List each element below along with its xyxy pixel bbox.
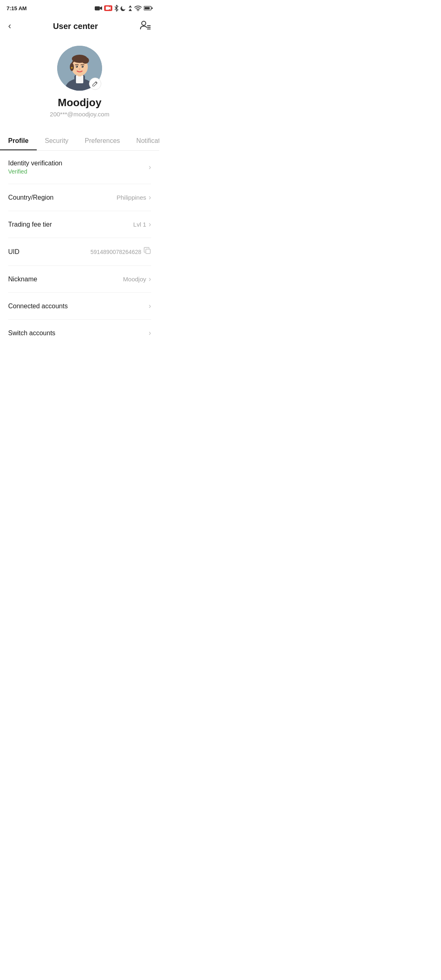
svg-marker-4 [129, 5, 132, 8]
edit-icon [92, 81, 98, 87]
trading-fee-label: Trading fee tier [8, 221, 52, 228]
svg-point-10 [142, 21, 146, 25]
svg-rect-9 [151, 7, 153, 9]
uid-value: 5914890078264628 [90, 249, 141, 255]
trading-fee-left: Trading fee tier [8, 221, 52, 228]
country-region-label: Country/Region [8, 194, 53, 201]
svg-point-27 [79, 69, 80, 70]
signal-icon [128, 5, 132, 11]
chevron-icon: › [149, 193, 151, 202]
status-time: 7:15 AM [7, 5, 27, 11]
tabs-container: Profile Security Preferences Notificatio… [0, 131, 159, 151]
uid-item: UID 5914890078264628 [8, 238, 151, 266]
switch-accounts-left: Switch accounts [8, 330, 56, 337]
connected-accounts-left: Connected accounts [8, 303, 68, 310]
country-region-value: Philippines [116, 194, 146, 201]
svg-marker-3 [109, 7, 111, 10]
nickname-label: Nickname [8, 276, 37, 283]
chevron-icon: › [149, 163, 151, 172]
avatar-wrapper [57, 46, 102, 91]
moon-icon [120, 5, 126, 11]
tab-notifications[interactable]: Notifications [128, 131, 159, 150]
identity-verification-label: Identity verification [8, 160, 62, 167]
switch-accounts-label: Switch accounts [8, 330, 56, 337]
identity-verification-status: Verified [8, 168, 62, 175]
identity-verification-right: › [149, 163, 151, 172]
connected-accounts-item[interactable]: Connected accounts › [8, 293, 151, 320]
avatar-section: Moodjoy 200***@moodjoy.com [0, 38, 159, 127]
tab-security[interactable]: Security [37, 131, 77, 150]
svg-rect-0 [95, 7, 100, 11]
nickname-right: Moodjoy › [123, 275, 151, 283]
svg-point-6 [138, 10, 139, 11]
back-button[interactable]: ‹ [8, 22, 11, 31]
copy-icon[interactable] [144, 247, 151, 256]
uid-label: UID [8, 248, 20, 256]
country-region-right: Philippines › [116, 193, 151, 202]
trading-fee-item[interactable]: Trading fee tier Lvl 1 › [8, 211, 151, 238]
svg-marker-5 [129, 9, 132, 11]
uid-left: UID [8, 248, 20, 256]
camera-icon [95, 5, 102, 11]
country-region-left: Country/Region [8, 194, 53, 201]
chevron-icon: › [149, 275, 151, 283]
svg-marker-1 [100, 7, 102, 10]
battery-icon [144, 6, 153, 11]
username: Moodjoy [58, 96, 102, 109]
svg-point-21 [82, 57, 89, 64]
wifi-icon [134, 5, 142, 11]
chevron-icon: › [149, 220, 151, 229]
chevron-icon: › [149, 329, 151, 337]
country-region-item[interactable]: Country/Region Philippines › [8, 184, 151, 211]
user-email: 200***@moodjoy.com [50, 111, 109, 118]
switch-accounts-item[interactable]: Switch accounts › [8, 320, 151, 346]
nickname-left: Nickname [8, 276, 37, 283]
chevron-icon: › [149, 302, 151, 310]
identity-verification-left: Identity verification Verified [8, 160, 62, 175]
recording-indicator [104, 5, 112, 11]
status-icons [95, 5, 153, 11]
svg-rect-8 [145, 7, 150, 9]
tab-profile[interactable]: Profile [0, 131, 37, 150]
svg-point-25 [76, 66, 77, 67]
bluetooth-icon [114, 5, 118, 11]
svg-rect-30 [146, 249, 150, 254]
user-manage-button[interactable] [140, 20, 151, 32]
top-nav: ‹ User center [0, 15, 159, 38]
trading-fee-right: Lvl 1 › [133, 220, 151, 229]
uid-right: 5914890078264628 [90, 247, 151, 256]
svg-point-26 [82, 66, 82, 67]
user-manage-icon [140, 20, 151, 30]
identity-verification-item[interactable]: Identity verification Verified › [8, 151, 151, 184]
connected-accounts-label: Connected accounts [8, 303, 68, 310]
svg-rect-2 [106, 7, 109, 10]
status-bar: 7:15 AM [0, 0, 159, 15]
profile-list: Identity verification Verified › Country… [0, 151, 159, 346]
nickname-value: Moodjoy [123, 276, 146, 283]
page-title: User center [53, 22, 98, 31]
nickname-item[interactable]: Nickname Moodjoy › [8, 266, 151, 293]
trading-fee-value: Lvl 1 [133, 221, 146, 228]
tab-preferences[interactable]: Preferences [77, 131, 128, 150]
switch-accounts-right: › [149, 329, 151, 337]
avatar-edit-button[interactable] [89, 78, 101, 90]
svg-point-28 [71, 67, 73, 69]
connected-accounts-right: › [149, 302, 151, 310]
